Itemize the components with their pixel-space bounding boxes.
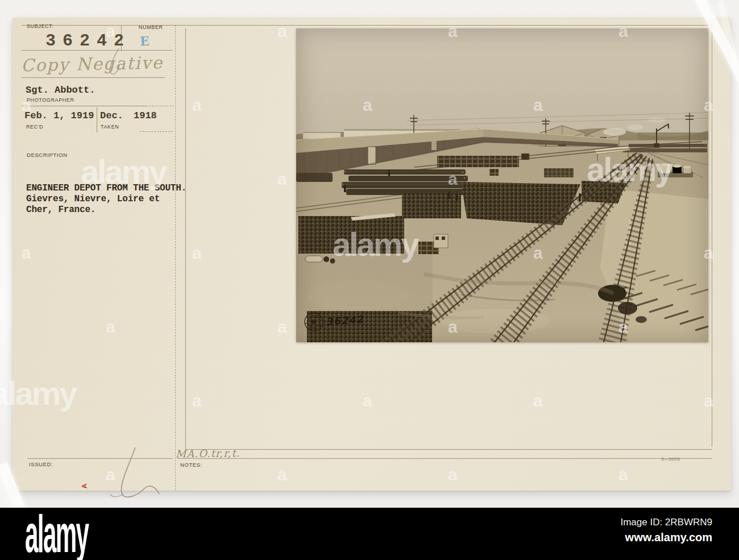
description-line: Gievres, Nievre, Loire et xyxy=(26,194,186,205)
website-url: www.alamy.com xyxy=(620,531,712,544)
copy-negative-handwriting: Copy Negative xyxy=(21,52,164,75)
sepia-overlay xyxy=(296,28,708,342)
depot-photograph: SIGNAL CORPS U.S.A. 36242 xyxy=(296,28,708,342)
rule-photographer-dashes xyxy=(149,106,174,106)
description-line: ENGINEER DEPOT FROM THE SOUTH. xyxy=(26,183,186,194)
image-id-block: Image ID: 2RBWRN9 www.alamy.com xyxy=(620,517,712,544)
received-label: REC'D xyxy=(26,124,43,130)
photo-box-left xyxy=(185,28,186,450)
rule-notes xyxy=(177,458,712,459)
description-text: ENGINEER DEPOT FROM THE SOUTH. Gievres, … xyxy=(26,183,186,215)
stock-photo-page: SUBJECT: 36242 NUMBER E Copy Negative Sg… xyxy=(0,0,739,560)
issued-label: ISSUED: xyxy=(29,461,53,467)
taken-label: TAKEN xyxy=(101,124,119,130)
notes-handwriting: MA.O.tr,r,t. xyxy=(176,447,240,460)
photo-box-right xyxy=(712,22,712,447)
rule-taken-dashes xyxy=(140,131,173,132)
rule-photographer xyxy=(22,106,148,106)
description-line: Cher, France. xyxy=(26,205,186,215)
description-label: DESCRIPTION xyxy=(27,152,68,158)
divider-dates xyxy=(97,107,97,132)
archive-caption-card: SUBJECT: 36242 NUMBER E Copy Negative Sg… xyxy=(13,18,731,491)
photographer-name: Sgt. Abbott. xyxy=(26,85,95,96)
notes-label: NOTES: xyxy=(180,462,202,468)
pencil-flourish xyxy=(105,47,128,78)
image-id: Image ID: 2RBWRN9 xyxy=(620,517,712,528)
subject-label: SUBJECT: xyxy=(27,23,53,29)
form-number: 3—5005 xyxy=(661,457,680,462)
received-date: Feb. 1, 1919 xyxy=(24,110,94,121)
alamy-footer-bar: alamy Image ID: 2RBWRN9 www.alamy.com xyxy=(0,508,739,560)
number-label: NUMBER xyxy=(139,24,163,30)
divider-column-dashed xyxy=(175,25,176,490)
photo-box-bottom xyxy=(185,449,712,450)
red-a-stamp: A xyxy=(80,483,89,489)
taken-date: Dec. 1918 xyxy=(100,110,157,121)
depot-photo-scene: SIGNAL CORPS U.S.A. 36242 xyxy=(296,28,708,342)
pencil-scribble xyxy=(97,443,162,508)
rule-negative xyxy=(22,77,165,78)
rule-top xyxy=(22,25,713,26)
photographer-label: PHOTOGRAPHER xyxy=(27,97,74,103)
alamy-logo: alamy xyxy=(25,503,88,560)
blue-e-stamp: E xyxy=(139,34,150,49)
